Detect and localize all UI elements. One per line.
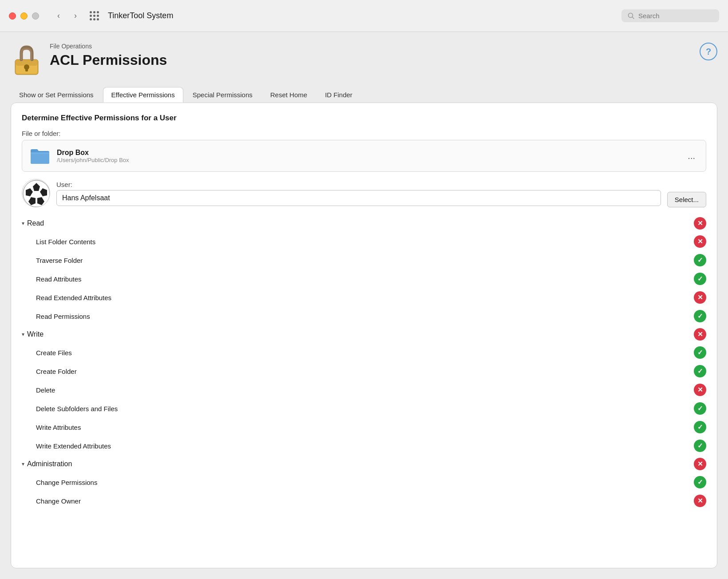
- perm-item: Create Files: [22, 343, 706, 362]
- perm-item-label: Change Owner: [36, 497, 694, 505]
- main-panel: Determine Effective Permissions for a Us…: [11, 103, 717, 568]
- perm-item-status: [694, 273, 706, 285]
- perm-item-label: Traverse Folder: [36, 257, 694, 264]
- file-ellipsis-button[interactable]: ...: [684, 149, 699, 163]
- svg-line-1: [633, 17, 634, 19]
- select-user-button[interactable]: Select...: [667, 192, 706, 207]
- perm-group-status: [694, 217, 706, 230]
- user-section: User: Select...: [22, 179, 706, 207]
- perm-item-label: Write Extended Attributes: [36, 442, 694, 450]
- fullscreen-button[interactable]: [32, 12, 39, 20]
- page-title: ACL Permissions: [50, 52, 700, 68]
- perm-item-status: [694, 310, 706, 322]
- app-title: TinkerTool System: [108, 11, 173, 20]
- perm-group-read[interactable]: ▾ Read: [22, 214, 706, 232]
- breadcrumb: File Operations: [50, 43, 700, 50]
- forward-button[interactable]: ›: [68, 9, 83, 23]
- grid-icon[interactable]: [90, 11, 99, 20]
- perm-item-label: Read Attributes: [36, 275, 694, 283]
- perm-item: Change Owner: [22, 492, 706, 510]
- perm-group-write[interactable]: ▾ Write: [22, 325, 706, 343]
- perm-item-status: [694, 365, 706, 377]
- titlebar: ‹ › TinkerTool System: [0, 0, 728, 32]
- perm-group-label: Administration: [27, 460, 72, 468]
- perm-group-status: [694, 458, 706, 470]
- search-input[interactable]: [638, 12, 709, 20]
- header-text: File Operations ACL Permissions: [50, 43, 700, 68]
- perm-item-status: [694, 402, 706, 415]
- nav-buttons: ‹ ›: [51, 9, 83, 23]
- lock-icon: [11, 43, 43, 78]
- perm-item-label: Create Files: [36, 349, 694, 357]
- tabs: Show or Set Permissions Effective Permis…: [11, 87, 717, 103]
- search-bar[interactable]: [621, 9, 719, 22]
- chevron-icon: ▾: [22, 461, 24, 467]
- tab-id-finder[interactable]: ID Finder: [317, 87, 361, 103]
- perm-item: Create Folder: [22, 362, 706, 381]
- main-content: File Operations ACL Permissions ? Show o…: [0, 32, 728, 579]
- perm-group-status: [694, 328, 706, 341]
- perm-item-label: Change Permissions: [36, 479, 694, 486]
- panel-title: Determine Effective Permissions for a Us…: [22, 114, 706, 123]
- perm-item-status: [694, 495, 706, 507]
- search-icon: [628, 12, 635, 20]
- folder-icon: [29, 147, 51, 165]
- perm-item-status: [694, 421, 706, 433]
- perm-item-label: Read Extended Attributes: [36, 294, 694, 301]
- file-info: Drop Box /Users/john/Public/Drop Box: [57, 149, 678, 163]
- permissions-list: ▾ Read List Folder Contents Traverse Fol…: [22, 214, 706, 557]
- perm-item: Write Attributes: [22, 418, 706, 436]
- perm-item: List Folder Contents: [22, 232, 706, 251]
- tab-show-set[interactable]: Show or Set Permissions: [11, 87, 102, 103]
- perm-item-label: Create Folder: [36, 368, 694, 375]
- perm-item: Delete Subfolders and Files: [22, 399, 706, 418]
- perm-group-label: Write: [27, 330, 44, 338]
- perm-group-label: Read: [27, 219, 44, 227]
- chevron-icon: ▾: [22, 331, 24, 337]
- perm-item: Traverse Folder: [22, 251, 706, 270]
- perm-item-status: [694, 384, 706, 396]
- minimize-button[interactable]: [20, 12, 28, 20]
- perm-item-label: Delete: [36, 386, 694, 394]
- perm-item: Delete: [22, 381, 706, 399]
- tab-reset-home[interactable]: Reset Home: [262, 87, 316, 103]
- user-input-area: User:: [56, 181, 661, 206]
- perm-item-label: Write Attributes: [36, 424, 694, 431]
- tab-special[interactable]: Special Permissions: [184, 87, 261, 103]
- user-label: User:: [56, 181, 661, 188]
- perm-item-label: Delete Subfolders and Files: [36, 405, 694, 412]
- perm-item-status: [694, 291, 706, 304]
- perm-item: Change Permissions: [22, 473, 706, 492]
- perm-item: Read Extended Attributes: [22, 288, 706, 307]
- file-name: Drop Box: [57, 149, 678, 157]
- perm-item-label: List Folder Contents: [36, 238, 694, 246]
- perm-item-status: [694, 476, 706, 488]
- file-label: File or folder:: [22, 130, 706, 137]
- back-button[interactable]: ‹: [51, 9, 66, 23]
- file-section: File or folder: Drop Box /Users/john/Pub…: [22, 130, 706, 172]
- close-button[interactable]: [9, 12, 16, 20]
- perm-item: Write Extended Attributes: [22, 436, 706, 455]
- file-item: Drop Box /Users/john/Public/Drop Box ...: [22, 140, 706, 172]
- header-section: File Operations ACL Permissions ?: [11, 43, 717, 78]
- file-path: /Users/john/Public/Drop Box: [57, 157, 678, 163]
- tab-effective[interactable]: Effective Permissions: [103, 87, 183, 103]
- perm-group-administration[interactable]: ▾ Administration: [22, 455, 706, 473]
- user-input[interactable]: [56, 190, 661, 206]
- perm-item-status: [694, 346, 706, 359]
- perm-item: Read Permissions: [22, 307, 706, 325]
- chevron-icon: ▾: [22, 220, 24, 226]
- perm-item-status: [694, 254, 706, 266]
- svg-rect-6: [25, 68, 28, 71]
- help-button[interactable]: ?: [700, 43, 717, 60]
- perm-item-label: Read Permissions: [36, 313, 694, 320]
- perm-item-status: [694, 235, 706, 248]
- avatar: [22, 179, 50, 207]
- perm-item: Read Attributes: [22, 270, 706, 288]
- traffic-lights: [9, 12, 39, 20]
- perm-item-status: [694, 440, 706, 452]
